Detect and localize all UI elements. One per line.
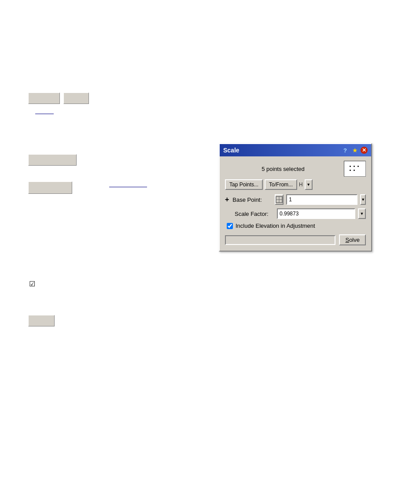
h-label: H — [299, 182, 303, 188]
background-button-2[interactable] — [63, 93, 89, 104]
background-button-1[interactable] — [28, 93, 60, 104]
base-point-icon-button[interactable] — [275, 194, 284, 205]
action-buttons-row: Tap Points... To/From... H ▼ — [225, 179, 366, 190]
scale-dialog: Scale ? ★ ✕ 5 points selected Tap Po — [219, 143, 372, 252]
scale-factor-dropdown[interactable]: ▼ — [358, 208, 366, 219]
dot-3 — [357, 166, 359, 167]
solve-row: Solve — [225, 234, 366, 245]
solve-button[interactable]: Solve — [339, 234, 366, 245]
dot-5 — [354, 170, 355, 171]
elevation-checkbox-label: Include Elevation in Adjustment — [236, 222, 315, 229]
mode-dropdown-button[interactable]: ▼ — [305, 179, 313, 190]
scale-factor-input[interactable] — [277, 208, 355, 219]
dialog-body: 5 points selected Tap Points... To/From.… — [220, 156, 371, 251]
help-icon[interactable]: ? — [341, 146, 349, 154]
base-point-label: Base Point: — [232, 196, 272, 203]
background-link-1[interactable] — [35, 114, 54, 114]
points-preview — [344, 161, 366, 177]
plus-icon: + — [225, 196, 229, 204]
scale-factor-label: Scale Factor: — [235, 211, 274, 217]
background-checkbox[interactable]: ☑ — [29, 280, 35, 288]
points-selected-row: 5 points selected — [225, 161, 366, 177]
preview-dots — [350, 166, 360, 172]
elevation-checkbox[interactable] — [227, 223, 233, 229]
progress-bar — [225, 235, 335, 245]
background-button-4[interactable] — [28, 182, 72, 194]
base-point-dropdown[interactable]: ▼ — [360, 194, 366, 205]
base-point-input[interactable] — [286, 194, 357, 205]
base-point-row: + Base Point: ▼ — [225, 194, 366, 205]
background-button-5[interactable] — [28, 315, 55, 326]
favorite-icon[interactable]: ★ — [351, 146, 359, 154]
dialog-titlebar: Scale ? ★ ✕ — [220, 144, 371, 156]
solve-rest: olve — [349, 237, 360, 243]
points-selected-text: 5 points selected — [225, 166, 341, 172]
dialog-title: Scale — [223, 147, 239, 154]
dot-2 — [354, 166, 355, 167]
to-from-button[interactable]: To/From... — [265, 179, 297, 190]
dot-4 — [350, 170, 351, 171]
background-button-3[interactable] — [28, 154, 77, 166]
solve-underline-s: S — [345, 237, 349, 243]
dot-1 — [350, 166, 351, 167]
close-icon[interactable]: ✕ — [361, 147, 368, 154]
scale-factor-row: Scale Factor: ▼ — [225, 208, 366, 219]
background-link-2[interactable] — [109, 187, 147, 187]
dialog-title-icons: ? ★ ✕ — [341, 146, 368, 154]
elevation-checkbox-row: Include Elevation in Adjustment — [227, 222, 366, 229]
tap-points-button[interactable]: Tap Points... — [225, 179, 263, 190]
target-icon — [276, 196, 283, 203]
